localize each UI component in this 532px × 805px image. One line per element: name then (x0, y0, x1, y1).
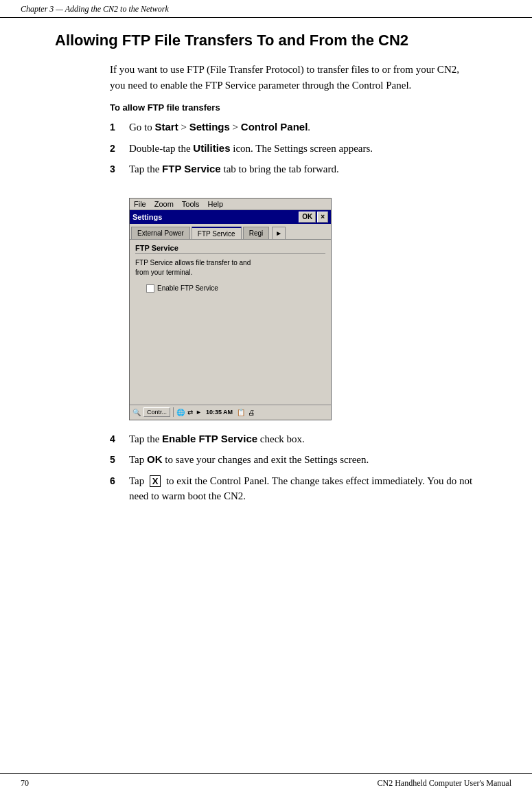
section-title: Allowing FTP File Transfers To and From … (55, 32, 477, 49)
step-6: 6 Tap X to exit the Control Panel. The c… (110, 473, 477, 504)
enable-ftp-checkbox[interactable] (146, 284, 154, 293)
ftp-desc-line2: from your terminal. (135, 269, 192, 276)
step-2-text: Double-tap the Utilities icon. The Setti… (129, 141, 477, 157)
menu-file[interactable]: File (134, 200, 146, 208)
tab-regi[interactable]: Regi (243, 227, 270, 239)
enable-ftp-row: Enable FTP Service (146, 284, 325, 293)
step-3-text: Tap the FTP Service tab to bring the tab… (129, 161, 477, 177)
steps-list-before: 1 Go to Start > Settings > Control Panel… (110, 120, 477, 177)
main-content: Allowing FTP File Transfers To and From … (0, 18, 532, 534)
ftp-desc-line1: FTP Service allows file transfer to and (135, 259, 251, 267)
taskbar-sep1 (173, 407, 174, 417)
tab-external-power[interactable]: External Power (131, 227, 190, 239)
enable-ftp-label: Enable FTP Service (157, 284, 218, 292)
intro-text: If you want to use FTP (File Transfer Pr… (110, 62, 477, 93)
title-bar-label: Settings (132, 213, 162, 221)
step-4: 4 Tap the Enable FTP Service check box. (110, 431, 477, 447)
title-bar: Settings OK × (130, 210, 331, 224)
screenshot-container: File Zoom Tools Help Settings OK × Exter… (129, 198, 332, 420)
close-button[interactable]: × (317, 212, 328, 223)
instruction-heading: To allow FTP file transfers (110, 102, 477, 113)
ok-button[interactable]: OK (299, 212, 316, 223)
taskbar-printer-icon[interactable]: 🖨 (248, 409, 255, 416)
taskbar-clipboard-icon[interactable]: 📋 (237, 409, 245, 416)
step-4-text: Tap the Enable FTP Service check box. (129, 431, 477, 447)
step-6-num: 6 (110, 473, 129, 488)
tab-bar: External Power FTP Service Regi ► (130, 224, 331, 240)
page-header: Chapter 3 — Adding the CN2 to the Networ… (0, 0, 532, 18)
step-1: 1 Go to Start > Settings > Control Panel… (110, 120, 477, 135)
ftp-description: FTP Service allows file transfer to and … (135, 258, 325, 277)
taskbar-arrows-icon: ⇄ (187, 409, 193, 416)
screen-content: FTP Service FTP Service allows file tran… (130, 240, 331, 405)
x-button-ref: X (150, 475, 161, 488)
taskbar-start-icon[interactable]: 🔍 (132, 409, 141, 416)
taskbar: 🔍 Contr... 🌐 ⇄ ► 10:35 AM 📋 🖨 (130, 405, 331, 420)
header-left: Chapter 3 — Adding the CN2 to the Networ… (21, 4, 169, 14)
tab-arrow[interactable]: ► (272, 227, 286, 239)
taskbar-contr-btn[interactable]: Contr... (143, 407, 170, 417)
step-1-bold-cp: Control Panel (241, 121, 308, 133)
step-4-bold: Enable FTP Service (162, 433, 257, 444)
step-3-bold: FTP Service (162, 163, 221, 174)
page-footer: 70 CN2 Handheld Computer User's Manual (0, 773, 532, 791)
menu-tools[interactable]: Tools (182, 200, 200, 208)
ftp-section-title: FTP Service (135, 244, 325, 254)
step-2-num: 2 (110, 141, 129, 156)
footer-right: CN2 Handheld Computer User's Manual (378, 778, 511, 789)
step-3-num: 3 (110, 161, 129, 177)
tab-ftp-service[interactable]: FTP Service (192, 227, 242, 239)
step-5: 5 Tap OK to save your changes and exit t… (110, 452, 477, 468)
step-5-num: 5 (110, 452, 129, 467)
taskbar-globe-icon[interactable]: 🌐 (176, 409, 185, 416)
step-1-bold-start: Start (155, 121, 178, 133)
step-5-text: Tap OK to save your changes and exit the… (129, 452, 477, 468)
menu-help[interactable]: Help (208, 200, 224, 208)
step-1-text: Go to Start > Settings > Control Panel. (129, 120, 477, 135)
step-2: 2 Double-tap the Utilities icon. The Set… (110, 141, 477, 157)
taskbar-time: 10:35 AM (206, 409, 233, 416)
step-5-bold: OK (147, 453, 163, 465)
device-screen: File Zoom Tools Help Settings OK × Exter… (129, 198, 332, 420)
taskbar-contr-label: Contr... (147, 409, 167, 416)
title-bar-buttons: OK × (299, 212, 328, 223)
menu-bar: File Zoom Tools Help (130, 199, 331, 210)
steps-list-after: 4 Tap the Enable FTP Service check box. … (110, 431, 477, 504)
taskbar-arrow-right: ► (196, 409, 202, 416)
step-1-num: 1 (110, 120, 129, 135)
step-1-bold-settings: Settings (189, 121, 230, 133)
footer-left: 70 (21, 778, 29, 789)
step-4-num: 4 (110, 431, 129, 446)
step-6-text: Tap X to exit the Control Panel. The cha… (129, 473, 477, 504)
menu-zoom[interactable]: Zoom (154, 200, 174, 208)
step-3: 3 Tap the FTP Service tab to bring the t… (110, 161, 477, 177)
step-2-bold: Utilities (193, 142, 230, 154)
